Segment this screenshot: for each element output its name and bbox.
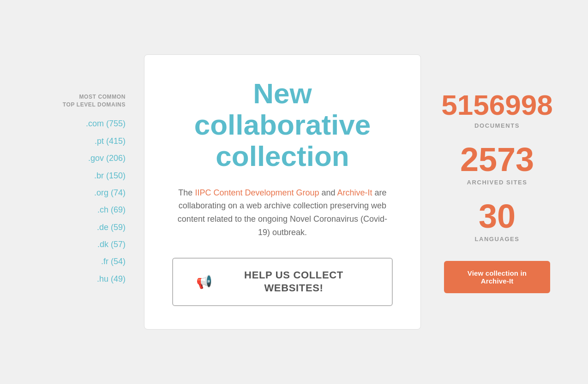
- documents-number: 5156998: [441, 91, 552, 119]
- main-card: New collaborative collection The IIPC Co…: [144, 54, 421, 330]
- documents-stat: 5156998 DOCUMENTS: [441, 91, 552, 129]
- sites-label: ARCHIVED SITES: [467, 179, 528, 186]
- domain-item-hu[interactable]: .hu (49): [97, 274, 126, 284]
- domain-item-com[interactable]: .com (755): [86, 118, 126, 129]
- card-description: The IIPC Content Development Group and A…: [176, 186, 389, 239]
- sidebar-title: MOST COMMON TOP LEVEL DOMAINS: [63, 93, 126, 109]
- domain-item-ch[interactable]: .ch (69): [97, 205, 126, 215]
- domain-item-de[interactable]: .de (59): [97, 222, 126, 233]
- collect-button-text: HELP US COLLECT WEBSITES!: [219, 269, 369, 295]
- languages-number: 30: [479, 200, 516, 233]
- collect-button[interactable]: 📢 HELP US COLLECT WEBSITES!: [172, 258, 393, 306]
- domain-item-fr[interactable]: .fr (54): [101, 256, 126, 267]
- right-sidebar: 5156998 DOCUMENTS 2573 ARCHIVED SITES 30…: [430, 82, 564, 302]
- sites-number: 2573: [460, 143, 534, 176]
- description-before: The: [178, 188, 195, 197]
- languages-stat: 30 LANGUAGES: [474, 200, 519, 242]
- description-middle: and: [319, 188, 337, 197]
- domain-item-dk[interactable]: .dk (57): [97, 239, 126, 250]
- page-container: MOST COMMON TOP LEVEL DOMAINS .com (755)…: [0, 0, 588, 384]
- card-heading: New collaborative collection: [194, 78, 371, 172]
- documents-label: DOCUMENTS: [474, 122, 520, 129]
- left-sidebar: MOST COMMON TOP LEVEL DOMAINS .com (755)…: [24, 79, 135, 305]
- domain-item-pt[interactable]: .pt (415): [95, 136, 126, 147]
- archive-it-link[interactable]: Archive-It: [337, 188, 372, 197]
- domain-item-gov[interactable]: .gov (206): [88, 153, 126, 164]
- domain-item-br[interactable]: .br (150): [94, 171, 126, 181]
- view-collection-button[interactable]: View collection in Archive-It: [444, 261, 550, 293]
- languages-label: LANGUAGES: [474, 236, 519, 242]
- sites-stat: 2573 ARCHIVED SITES: [460, 143, 534, 186]
- iipc-link[interactable]: IIPC Content Development Group: [195, 188, 319, 197]
- megaphone-icon: 📢: [196, 274, 212, 289]
- domain-item-org[interactable]: .org (74): [94, 188, 126, 198]
